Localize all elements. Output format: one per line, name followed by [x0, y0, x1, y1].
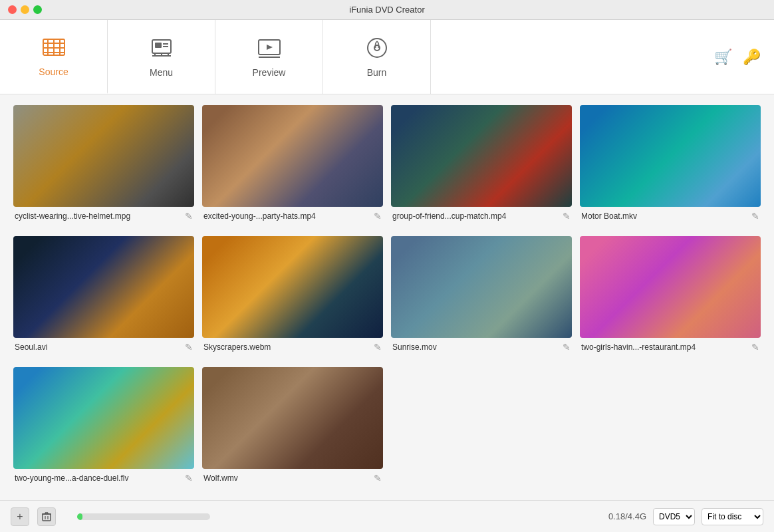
video-item-10: Wolf.wmv✎	[202, 367, 383, 485]
thumb-inner-2	[202, 105, 383, 207]
video-item-8: two-girls-havin...-restaurant.mp4✎	[580, 236, 761, 354]
video-thumbnail-9[interactable]	[13, 367, 194, 469]
close-button[interactable]	[8, 5, 17, 14]
progress-bar-container	[77, 513, 210, 520]
video-info-6: Skyscrapers.webm✎	[202, 338, 383, 354]
video-thumbnail-3[interactable]	[391, 105, 572, 207]
video-info-7: Sunrise.mov✎	[391, 338, 572, 354]
burn-icon	[365, 36, 389, 63]
thumb-inner-4	[580, 105, 761, 207]
tab-preview[interactable]: Preview	[215, 20, 323, 94]
video-name-4: Motor Boat.mkv	[581, 211, 747, 221]
thumb-inner-5	[13, 236, 194, 338]
window-controls	[8, 5, 42, 14]
video-item-3: group-of-friend...cup-match.mp4✎	[391, 105, 572, 223]
video-item-4: Motor Boat.mkv✎	[580, 105, 761, 223]
cart-icon[interactable]: 🛒	[714, 49, 732, 66]
video-item-5: Seoul.avi✎	[13, 236, 194, 354]
video-thumbnail-8[interactable]	[580, 236, 761, 338]
video-thumbnail-1[interactable]	[13, 105, 194, 207]
tab-burn-label: Burn	[367, 67, 387, 78]
edit-icon-3[interactable]: ✎	[563, 211, 571, 221]
fit-mode-select[interactable]: Fit to discBest qualityCustom	[702, 508, 763, 525]
video-item-9: two-young-me...a-dance-duel.flv✎	[13, 367, 194, 485]
edit-icon-7[interactable]: ✎	[563, 342, 571, 352]
svg-rect-8	[155, 43, 162, 48]
thumb-inner-10	[202, 367, 383, 469]
tab-burn[interactable]: Burn	[323, 20, 431, 94]
video-item-7: Sunrise.mov✎	[391, 236, 572, 354]
minimize-button[interactable]	[21, 5, 29, 14]
thumb-inner-7	[391, 236, 572, 338]
thumb-inner-9	[13, 367, 194, 469]
thumb-inner-1	[13, 105, 194, 207]
video-info-4: Motor Boat.mkv✎	[580, 207, 761, 223]
bottom-bar: + 0.18/4.4G DVD5DVD9 Fit to discBest qua…	[0, 500, 774, 532]
menu-icon	[150, 36, 174, 63]
video-info-3: group-of-friend...cup-match.mp4✎	[391, 207, 572, 223]
tab-menu-label: Menu	[150, 67, 173, 78]
svg-marker-16	[267, 45, 273, 50]
video-thumbnail-2[interactable]	[202, 105, 383, 207]
tab-menu[interactable]: Menu	[108, 20, 215, 94]
progress-bar-fill	[77, 513, 82, 520]
video-thumbnail-10[interactable]	[202, 367, 383, 469]
edit-icon-10[interactable]: ✎	[374, 473, 382, 483]
add-button[interactable]: +	[11, 507, 29, 526]
tab-source[interactable]: Source	[0, 20, 108, 94]
video-grid: cyclist-wearing...tive-helmet.mpg✎excite…	[13, 105, 761, 498]
video-name-7: Sunrise.mov	[392, 342, 559, 352]
edit-icon-9[interactable]: ✎	[185, 473, 193, 483]
video-info-2: excited-young-...party-hats.mp4✎	[202, 207, 383, 223]
disc-type-select[interactable]: DVD5DVD9	[653, 508, 695, 525]
video-info-5: Seoul.avi✎	[13, 338, 194, 354]
source-icon	[42, 35, 66, 63]
video-item-6: Skyscrapers.webm✎	[202, 236, 383, 354]
bottom-right: 0.18/4.4G DVD5DVD9 Fit to discBest quali…	[608, 508, 763, 525]
video-item-1: cyclist-wearing...tive-helmet.mpg✎	[13, 105, 194, 223]
app-title: iFunia DVD Creator	[349, 5, 424, 15]
maximize-button[interactable]	[33, 5, 42, 14]
video-item-2: excited-young-...party-hats.mp4✎	[202, 105, 383, 223]
tab-source-label: Source	[39, 66, 68, 77]
svg-rect-20	[43, 514, 51, 521]
thumb-inner-6	[202, 236, 383, 338]
edit-icon-2[interactable]: ✎	[374, 211, 382, 221]
delete-button[interactable]	[37, 507, 56, 526]
main-content: cyclist-wearing...tive-helmet.mpg✎excite…	[0, 94, 774, 500]
video-info-8: two-girls-havin...-restaurant.mp4✎	[580, 338, 761, 354]
toolbar: Source Menu Preview	[0, 20, 774, 94]
edit-icon-1[interactable]: ✎	[185, 211, 193, 221]
video-thumbnail-4[interactable]	[580, 105, 761, 207]
video-thumbnail-7[interactable]	[391, 236, 572, 338]
video-info-9: two-young-me...a-dance-duel.flv✎	[13, 469, 194, 485]
video-info-10: Wolf.wmv✎	[202, 469, 383, 485]
video-name-1: cyclist-wearing...tive-helmet.mpg	[15, 211, 181, 221]
video-name-10: Wolf.wmv	[203, 473, 370, 483]
titlebar: iFunia DVD Creator	[0, 0, 774, 20]
video-name-6: Skyscrapers.webm	[203, 342, 370, 352]
video-thumbnail-5[interactable]	[13, 236, 194, 338]
edit-icon-6[interactable]: ✎	[374, 342, 382, 352]
preview-icon	[257, 36, 281, 63]
edit-icon-5[interactable]: ✎	[185, 342, 193, 352]
thumb-inner-8	[580, 236, 761, 338]
video-thumbnail-6[interactable]	[202, 236, 383, 338]
video-name-3: group-of-friend...cup-match.mp4	[392, 211, 559, 221]
video-info-1: cyclist-wearing...tive-helmet.mpg✎	[13, 207, 194, 223]
video-name-9: two-young-me...a-dance-duel.flv	[15, 473, 181, 483]
key-icon[interactable]: 🔑	[743, 49, 761, 66]
thumb-inner-3	[391, 105, 572, 207]
tab-preview-label: Preview	[253, 67, 286, 78]
video-name-5: Seoul.avi	[15, 342, 181, 352]
toolbar-right-actions: 🛒 🔑	[714, 49, 761, 66]
edit-icon-4[interactable]: ✎	[751, 211, 759, 221]
video-name-2: excited-young-...party-hats.mp4	[203, 211, 370, 221]
video-name-8: two-girls-havin...-restaurant.mp4	[581, 342, 747, 352]
storage-label: 0.18/4.4G	[608, 511, 646, 521]
edit-icon-8[interactable]: ✎	[751, 342, 759, 352]
